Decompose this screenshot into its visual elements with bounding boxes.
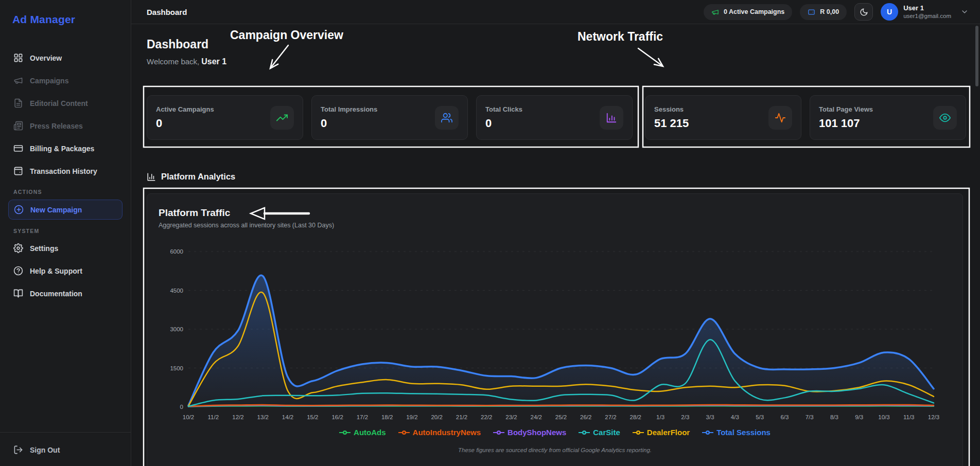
legend-item-bodyshopnews[interactable]: BodyShopNews [493,428,566,437]
sidebar-item-new-campaign[interactable]: New Campaign [8,200,122,220]
main-area: Dashboard 0 Active Campaigns R 0,00 U Us… [131,0,980,466]
sidebar-item-label: Billing & Packages [30,145,94,153]
sidebar-item-label: Help & Support [30,267,82,275]
sidebar-item-help-support[interactable]: Help & Support [8,261,122,280]
stat-label: Active Campaigns [156,105,214,113]
svg-text:9/3: 9/3 [855,414,863,420]
svg-text:2/3: 2/3 [681,414,689,420]
scrollbar-thumb[interactable] [975,26,978,86]
legend-label: AutoAds [354,428,386,437]
grid-icon [13,53,23,63]
stat-label: Total Clicks [485,105,522,113]
svg-text:20/2: 20/2 [431,414,442,420]
bar-chart-icon [600,106,623,130]
topbar-title: Dashboard [147,8,187,16]
svg-text:16/2: 16/2 [331,414,343,420]
sidebar-item-editorial-content[interactable]: Editorial Content [8,94,122,113]
chart-legend: AutoAds AutoIndustryNews BodyShopNews Ca… [159,428,951,437]
log-out-icon [13,445,23,455]
svg-text:4500: 4500 [170,288,183,294]
svg-text:10/2: 10/2 [183,414,194,420]
sidebar-item-settings[interactable]: Settings [8,239,122,258]
svg-text:0: 0 [180,404,183,410]
sidebar: Ad Manager Overview Campaigns Editorial … [0,0,131,466]
sidebar-item-label: New Campaign [30,206,82,214]
active-campaigns-badge[interactable]: 0 Active Campaigns [704,4,792,20]
sign-out-label: Sign Out [30,446,60,454]
balance-badge-label: R 0,00 [820,8,839,15]
sidebar-item-campaigns[interactable]: Campaigns [8,71,122,90]
sidebar-item-label: Transaction History [30,167,97,175]
stat-value: 0 [321,117,377,130]
users-icon [435,106,459,130]
svg-text:14/2: 14/2 [282,414,293,420]
svg-text:22/2: 22/2 [481,414,492,420]
moon-icon [860,8,868,16]
sidebar-item-label: Overview [30,54,62,62]
platform-analytics-header: Platform Analytics [147,172,967,182]
sidebar-item-label: Campaigns [30,77,68,85]
stat-label: Total Impressions [321,105,377,113]
svg-text:5/3: 5/3 [756,414,764,420]
svg-text:6000: 6000 [170,248,183,255]
credit-card-icon [13,144,23,153]
svg-text:24/2: 24/2 [531,414,542,420]
section-title: Platform Analytics [161,172,235,182]
legend-item-carsite[interactable]: CarSite [579,428,620,437]
svg-text:26/2: 26/2 [580,414,591,420]
dashboard-content: Dashboard Welcome back,User 1 Active Cam… [131,24,980,466]
stat-label: Total Page Views [819,105,873,113]
platform-traffic-card: Platform Traffic Aggregated sessions acr… [147,193,963,466]
welcome-user-name: User 1 [201,57,226,66]
active-campaigns-badge-label: 0 Active Campaigns [724,8,784,15]
legend-label: DealerFloor [647,428,690,437]
trending-up-icon [270,106,294,130]
legend-label: AutoIndustryNews [413,428,481,437]
wallet-icon [808,8,815,16]
stat-card-total-clicks: Total Clicks 0 [476,95,633,140]
sign-out-button[interactable]: Sign Out [8,441,122,459]
page-title: Dashboard [147,38,967,51]
megaphone-icon [711,8,719,16]
legend-item-autoindustrynews[interactable]: AutoIndustryNews [398,428,481,437]
sidebar-footer: Sign Out [0,432,131,459]
svg-text:21/2: 21/2 [456,414,467,420]
legend-item-dealerfloor[interactable]: DealerFloor [633,428,690,437]
sidebar-item-label: Settings [30,244,58,253]
sidebar-item-transaction-history[interactable]: Transaction History [8,162,122,181]
svg-text:1/3: 1/3 [656,414,664,420]
balance-badge[interactable]: R 0,00 [800,4,847,20]
sidebar-item-label: Documentation [30,290,82,298]
legend-item-total-sessions[interactable]: Total Sessions [702,428,771,437]
app-logo: Ad Manager [8,11,122,26]
sidebar-item-documentation[interactable]: Documentation [8,284,122,303]
legend-label: Total Sessions [716,428,771,437]
sidebar-item-billing-packages[interactable]: Billing & Packages [8,139,122,158]
svg-text:17/2: 17/2 [357,414,368,420]
chart-title: Platform Traffic [159,207,951,219]
dark-mode-toggle[interactable] [854,3,873,21]
svg-text:7/3: 7/3 [806,414,814,420]
gear-icon [13,243,23,253]
sidebar-item-press-releases[interactable]: Press Releases [8,116,122,135]
svg-text:13/2: 13/2 [257,414,269,420]
svg-text:4/3: 4/3 [731,414,739,420]
svg-text:12/3: 12/3 [928,414,939,420]
sidebar-item-overview[interactable]: Overview [8,48,122,67]
svg-text:3/3: 3/3 [706,414,714,420]
chevron-down-icon [960,8,969,16]
file-text-icon [13,98,23,108]
plus-circle-icon [14,205,24,214]
avatar: U [881,3,898,21]
user-menu[interactable]: U User 1 user1@gmail.com [881,3,969,21]
megaphone-icon [13,76,23,85]
stat-value: 0 [156,117,214,130]
svg-text:28/2: 28/2 [630,414,641,420]
chart-footnote: These figures are sourced directly from … [159,447,951,453]
legend-item-autoads[interactable]: AutoAds [339,428,386,437]
help-circle-icon [13,266,23,276]
stat-card-sessions: Sessions 51 215 [645,95,801,140]
legend-label: BodyShopNews [507,428,566,437]
chart-subtitle: Aggregated sessions across all inventory… [159,222,951,229]
svg-text:27/2: 27/2 [605,414,616,420]
